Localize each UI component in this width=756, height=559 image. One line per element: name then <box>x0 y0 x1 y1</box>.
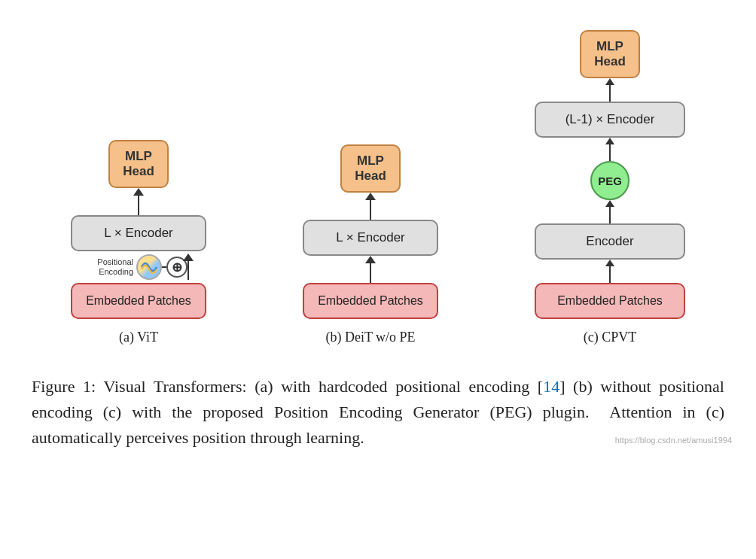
deit-arrow-1 <box>365 193 376 220</box>
cpvt-arrowline-4 <box>609 266 611 283</box>
cpvt-mlp-head: MLPHead <box>580 30 640 78</box>
figure-wrapper: MLPHead L × Encoder PositionalEncoding <box>15 15 741 451</box>
cpvt-peg: PEG <box>590 161 629 200</box>
figure-container: MLPHead L × Encoder PositionalEncoding <box>15 15 741 451</box>
cpvt-arrow-4 <box>605 260 614 283</box>
vit-arrow-mlp <box>133 188 144 215</box>
diagram-cpvt: MLPHead (L-1) × Encoder PEG <box>535 30 685 345</box>
caption-prefix: Figure 1: Visual Transformers: (a) with … <box>32 377 543 396</box>
vit-arrowhead-1 <box>133 188 144 196</box>
cpvt-arrowline-2 <box>609 144 611 161</box>
cpvt-arrow-2 <box>605 138 614 161</box>
deit-encoder: L × Encoder <box>303 220 438 256</box>
vit-encoder: L × Encoder <box>71 215 206 251</box>
diagrams-row: MLPHead L × Encoder PositionalEncoding <box>15 15 741 353</box>
deit-arrowhead-2 <box>365 256 376 263</box>
deit-label: (b) DeiT w/o PE <box>325 330 415 345</box>
cpvt-arrowline-3 <box>609 207 611 223</box>
vit-arrowline-1 <box>138 196 139 215</box>
cpvt-label: (c) CPVT <box>584 330 637 345</box>
vit-pe-circle <box>136 254 162 280</box>
cpvt-arrowhead-2 <box>605 138 614 144</box>
deit-embedded: Embedded Patches <box>303 283 438 319</box>
vit-arrowhead-2 <box>183 254 194 261</box>
cpvt-arrowhead-3 <box>605 200 614 207</box>
cpvt-arrowhead-1 <box>605 78 614 85</box>
deit-arrowline-2 <box>370 263 371 283</box>
cpvt-arrow-1 <box>605 78 614 102</box>
cpvt-arrow-3 <box>605 200 614 223</box>
cpvt-arrowline-1 <box>609 85 611 102</box>
vit-pe-vert-line <box>187 254 189 280</box>
vit-pe-label: PositionalEncoding <box>88 257 133 277</box>
caption-ref: 14 <box>543 377 559 396</box>
diagram-deit: MLPHead L × Encoder Embedded Patches (b)… <box>303 144 438 345</box>
vit-label: (a) ViT <box>119 330 158 345</box>
deit-arrow-2 <box>365 256 376 283</box>
cpvt-embedded: Embedded Patches <box>535 283 685 319</box>
cpvt-encoder-l1: (L-1) × Encoder <box>535 102 685 138</box>
deit-arrowline-1 <box>370 200 371 220</box>
cpvt-encoder: Encoder <box>535 223 685 260</box>
vit-pe-section: PositionalEncoding ⊕ <box>88 251 189 283</box>
deit-mlp-head: MLPHead <box>340 144 401 193</box>
vit-pe-label-col: PositionalEncoding <box>88 257 133 277</box>
cpvt-arrowhead-4 <box>605 260 614 266</box>
vit-mlp-head: MLPHead <box>108 140 169 188</box>
diagram-vit: MLPHead L × Encoder PositionalEncoding <box>71 140 206 345</box>
watermark: https://blog.csdn.net/amusi1994 <box>615 436 732 445</box>
vit-embedded: Embedded Patches <box>71 283 206 319</box>
deit-arrowhead-1 <box>365 193 376 200</box>
